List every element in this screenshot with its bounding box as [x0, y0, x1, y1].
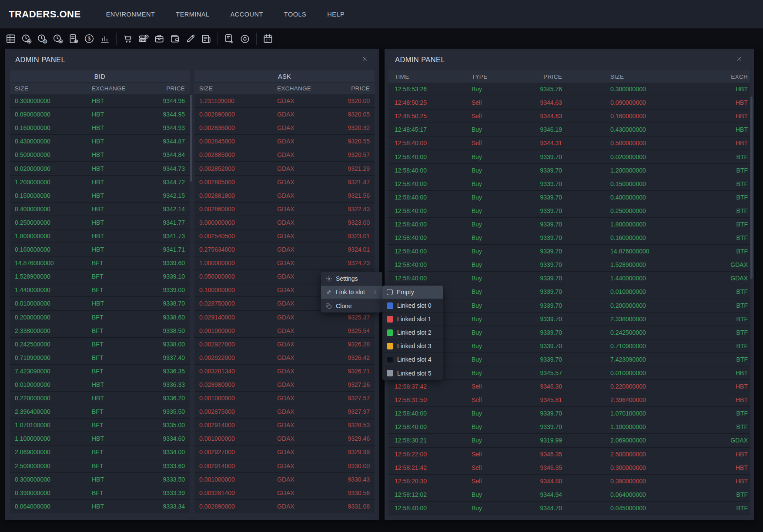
order-row[interactable]: 0.002836000GDAX9320.32	[194, 121, 375, 135]
app-logo[interactable]: TRADERS.ONE	[9, 9, 81, 20]
submenu-item-empty[interactable]: Empty	[382, 286, 443, 299]
order-row[interactable]: 0.002927000GDAX9326.28	[194, 338, 375, 351]
trade-row[interactable]: 12:58:40:00Buy9339.7014.876000000BTF	[388, 245, 750, 258]
nav-item-tools[interactable]: TOOLS	[284, 11, 306, 18]
trade-row[interactable]: 12:58:40:00Buy9339.700.400000000BTF	[388, 191, 750, 204]
order-row[interactable]: 2.069000000BFT9334.00	[10, 446, 190, 459]
submenu-item-linked-slot-1[interactable]: Linked slot 1	[382, 313, 443, 326]
order-row[interactable]: 0.002914000GDAX9328.53	[194, 419, 375, 432]
order-row[interactable]: 0.002885000GDAX9320.57	[194, 148, 375, 162]
order-row[interactable]: 1.528900000BFT9339.10	[10, 270, 190, 283]
order-row[interactable]: 0.250000000HBT9341.77	[10, 216, 190, 229]
order-row[interactable]: 0.390000000BFT9333.39	[10, 486, 190, 500]
submenu-item-linked-slot-0[interactable]: Linked slot 0	[382, 299, 443, 313]
order-row[interactable]: 0.064000000HBT9333.34	[10, 500, 190, 513]
trade-row[interactable]: 12:58:30:21Buy9319.992.069000000GDAX	[388, 434, 750, 447]
order-row[interactable]: 2.500000000BFT9333.60	[10, 459, 190, 473]
trade-row[interactable]: 12:58:40:00Buy9344.700.045000000BTF	[388, 502, 750, 515]
order-row[interactable]: 0.400000000HBT9342.14	[10, 203, 190, 216]
order-row[interactable]: 0.010000000HBT9336.33	[10, 378, 190, 392]
order-row[interactable]: 0.002805000GDAX9321.47	[194, 176, 375, 189]
order-row[interactable]: 0.002860000GDAX9322.43	[194, 203, 375, 216]
submenu-item-linked-slot-3[interactable]: Linked slot 3	[382, 339, 443, 353]
order-row[interactable]: 1.000000000GDAX9324.23	[194, 256, 375, 270]
trade-row[interactable]: 12:58:40:00Buy9339.701.440000000GDAX	[388, 272, 750, 285]
order-row[interactable]: 0.001000000GDAX9329.46	[194, 432, 375, 446]
order-row[interactable]: 0.500000000HBT9344.84	[10, 148, 190, 162]
order-row[interactable]: 1.800000000HBT9341.73	[10, 229, 190, 243]
order-row[interactable]: 0.090000000HBT9344.95	[10, 108, 190, 121]
trade-row[interactable]: 12:58:53:26Buy9345.760.300000000HBT	[388, 83, 750, 96]
order-row[interactable]: 2.396400000BFT9335.50	[10, 405, 190, 419]
order-row[interactable]: 1.070100000BFT9335.00	[10, 419, 190, 432]
menu-item-settings[interactable]: Settings	[321, 272, 382, 286]
trade-row[interactable]: 12:58:40:00Buy9339.701.200000000BTF	[388, 164, 750, 177]
toolbar-button-wallet[interactable]	[167, 31, 183, 47]
order-row[interactable]: 1.200000000HBT9344.72	[10, 176, 190, 189]
order-row[interactable]: 0.150000000HBT9342.15	[10, 189, 190, 203]
toolbar-button-pencil[interactable]	[183, 31, 198, 47]
order-row[interactable]: 0.002890000GDAX9331.08	[194, 500, 375, 513]
nav-item-help[interactable]: HELP	[327, 11, 345, 18]
menu-item-link-to-slot[interactable]: Link to slot	[321, 286, 382, 299]
trade-row[interactable]: 12:58:22:00Sell9346.352.500000000HBT	[388, 448, 750, 461]
order-row[interactable]: 0.003281400GDAX9330.56	[194, 486, 375, 500]
toolbar-button-cart[interactable]	[120, 31, 136, 47]
order-row[interactable]: 0.220000000HBT9336.20	[10, 392, 190, 405]
order-row[interactable]: 0.002852000GDAX9321.29	[194, 162, 375, 175]
toolbar-button-news[interactable]	[198, 31, 214, 47]
order-row[interactable]: 0.002890000GDAX9320.05	[194, 108, 375, 121]
order-row[interactable]: 2.338000000BFT9338.50	[10, 324, 190, 338]
trade-row[interactable]: 12:58:20:30Sell9344.800.390000000HBT	[388, 475, 750, 488]
order-row[interactable]: 0.300000000HBT9333.50	[10, 473, 190, 486]
order-row[interactable]: 0.003281340GDAX9326.71	[194, 365, 375, 378]
order-row[interactable]: 0.160000000HBT9341.71	[10, 243, 190, 256]
submenu-item-linked-slot-2[interactable]: Linked slot 2	[382, 326, 443, 339]
order-row[interactable]: 0.710900000BFT9337.40	[10, 351, 190, 365]
nav-item-terminal[interactable]: TERMINAL	[176, 11, 209, 18]
order-row[interactable]: 0.001000000GDAX9330.43	[194, 473, 375, 486]
order-row[interactable]: 0.275634000GDAX9324.01	[194, 243, 375, 256]
order-row[interactable]: 0.001000000GDAX9327.57	[194, 392, 375, 405]
scrollbar-thumb[interactable]	[190, 95, 192, 182]
order-row[interactable]: 0.002927000GDAX9329.99	[194, 446, 375, 459]
order-row[interactable]: 7.423090000BFT9336.35	[10, 365, 190, 378]
close-button[interactable]	[360, 55, 369, 64]
toolbar-button-dollar-circle[interactable]: $	[81, 31, 97, 47]
trade-row[interactable]: 12:58:40:00Sell9344.310.500000000HBT	[388, 136, 750, 150]
order-row[interactable]: 0.020000000HBT9344.73	[10, 162, 190, 175]
order-row[interactable]: 0.002881800GDAX9321.56	[194, 189, 375, 203]
close-button[interactable]	[734, 55, 744, 64]
order-row[interactable]: 0.242500000BFT9338.00	[10, 338, 190, 351]
trade-row[interactable]: 12:58:40:00Buy9339.700.020000000BTF	[388, 150, 750, 163]
submenu-item-linked-slot-5[interactable]: Linked slot 5	[382, 366, 443, 380]
trade-row[interactable]: 12:58:12:02Buy9344.940.064000000BTF	[388, 488, 750, 502]
trade-row[interactable]: 12:48:50:25Sell9344.630.160000000HBT	[388, 110, 750, 123]
toolbar-button-cash-register[interactable]	[136, 31, 151, 47]
toolbar-button-clock-history[interactable]	[50, 31, 66, 47]
trade-row[interactable]: 12:48:45:17Buy9346.190.430000000HBT	[388, 123, 750, 136]
order-row[interactable]: 0.002845000GDAX9320.55	[194, 135, 375, 148]
order-row[interactable]: 0.300000000HBT9344.96	[10, 94, 190, 108]
toolbar-button-calendar[interactable]	[260, 31, 276, 47]
toolbar-button-timer[interactable]	[237, 31, 253, 47]
order-row[interactable]: 0.200000000BFT9338.60	[10, 311, 190, 324]
trade-row[interactable]: 12:58:40:00Buy9339.701.070100000BTF	[388, 407, 750, 420]
order-row[interactable]: 14.876000000BFT9339.60	[10, 256, 190, 270]
trade-row[interactable]: 12:58:21:42Sell9346.350.300000000HBT	[388, 461, 750, 475]
order-row[interactable]: 0.029140000GDAX9325.37	[194, 311, 375, 324]
toolbar-button-document-settings[interactable]	[66, 31, 81, 47]
toolbar-button-clock-add[interactable]	[19, 31, 34, 47]
submenu-item-linked-slot-4[interactable]: Linked slot 4	[382, 353, 443, 366]
toolbar-button-bar-chart[interactable]	[97, 31, 113, 47]
toolbar-button-report-chart[interactable]	[221, 31, 237, 47]
toolbar-button-clock-dollar[interactable]: $	[34, 31, 50, 47]
trade-row[interactable]: 12:58:40:00Buy9339.700.160000000BTF	[388, 231, 750, 245]
order-row[interactable]: 0.002922000GDAX9326.42	[194, 351, 375, 365]
trade-row[interactable]: 12:58:31:50Sell9345.812.396400000HBT	[388, 393, 750, 407]
order-row[interactable]: 0.430000000HBT9344.87	[10, 135, 190, 148]
order-row[interactable]: 3.000000000GDAX9323.00	[194, 216, 375, 229]
order-row[interactable]: 0.002875000GDAX9327.97	[194, 405, 375, 419]
trade-row[interactable]: 12:48:50:25Sell9344.630.090000000HBT	[388, 96, 750, 110]
trade-row[interactable]: 12:58:37:42Sell9346.300.220000000HBT	[388, 380, 750, 393]
